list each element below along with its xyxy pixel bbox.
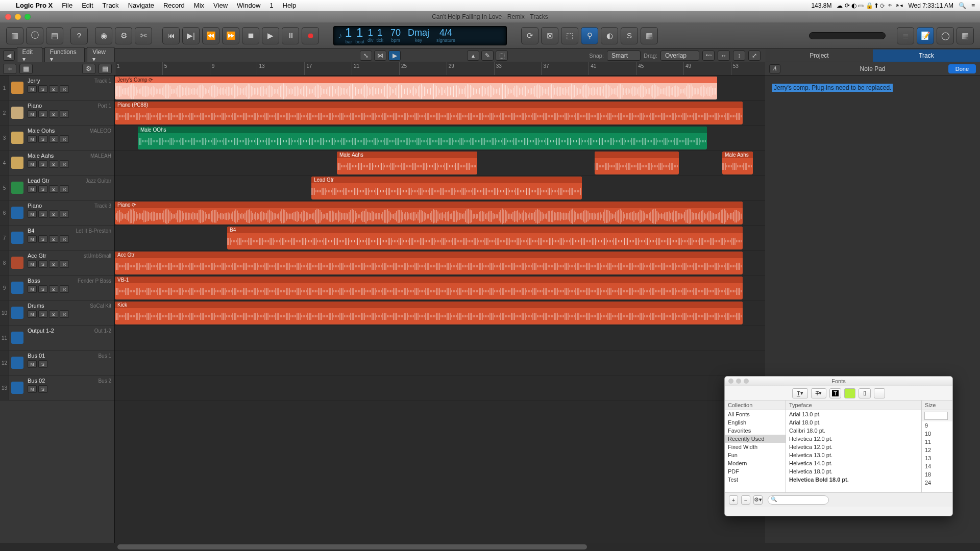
region[interactable]: Kick bbox=[115, 302, 743, 324]
menu-logic-pro-x[interactable]: Logic Pro X bbox=[11, 2, 57, 9]
menu-navigate[interactable]: Navigate bbox=[124, 2, 159, 9]
track-s-button[interactable]: S bbox=[38, 135, 47, 143]
quick-help-button[interactable]: ▤ bbox=[46, 27, 63, 44]
sync-button[interactable]: ◐ bbox=[601, 27, 618, 44]
play-button[interactable]: ▶ bbox=[262, 27, 279, 44]
fonts-window[interactable]: Fonts T ▾ T ▾ T ▯ Collection All FontsEn… bbox=[724, 376, 953, 516]
menu-mix[interactable]: Mix bbox=[189, 2, 209, 9]
collection-item[interactable]: Recently Used bbox=[725, 435, 786, 443]
track-icon[interactable] bbox=[9, 176, 26, 200]
snap-dropdown[interactable]: Smart bbox=[607, 51, 641, 61]
track-s-button[interactable]: S bbox=[38, 260, 47, 268]
track-m-button[interactable]: M bbox=[28, 260, 37, 268]
library-button[interactable]: ▥ bbox=[6, 27, 23, 44]
count-in-button[interactable]: ▦ bbox=[641, 27, 658, 44]
track-s-button[interactable]: S bbox=[38, 360, 47, 368]
horizontal-scrollbar[interactable] bbox=[0, 543, 980, 551]
track-header[interactable]: 12 Bus 01 Bus 1 MS bbox=[0, 350, 114, 375]
track-icon[interactable] bbox=[9, 300, 26, 325]
minimize-window[interactable] bbox=[15, 14, 21, 20]
zoom-fit[interactable]: ⤢ bbox=[748, 51, 761, 61]
track-header[interactable]: 10 Drums SoCal Kit MS※R bbox=[0, 300, 114, 325]
track-icon[interactable] bbox=[9, 276, 26, 300]
collection-item[interactable]: Fun bbox=[725, 451, 786, 459]
track-icon[interactable] bbox=[9, 101, 26, 125]
track-r-button[interactable]: R bbox=[60, 310, 69, 318]
track-lane[interactable]: Acc Gtr bbox=[115, 251, 765, 276]
drag-dropdown[interactable]: Overlap bbox=[660, 51, 699, 61]
track-※-button[interactable]: ※ bbox=[49, 160, 58, 168]
region[interactable]: Male Aahs bbox=[337, 152, 477, 174]
pause-button[interactable]: ⏸ bbox=[282, 27, 299, 44]
menu-1[interactable]: 1 bbox=[265, 2, 278, 9]
mixer-button[interactable]: ⚙ bbox=[115, 27, 132, 44]
track-icon[interactable] bbox=[9, 201, 26, 225]
record-button[interactable]: ⏺ bbox=[302, 27, 319, 44]
track-r-button[interactable]: R bbox=[60, 85, 69, 93]
track-r-button[interactable]: R bbox=[60, 285, 69, 293]
track-icon[interactable] bbox=[9, 375, 26, 400]
menu-record[interactable]: Record bbox=[159, 2, 189, 9]
region[interactable]: VB-1 bbox=[115, 277, 743, 299]
track-s-button[interactable]: S bbox=[38, 285, 47, 293]
track-lane[interactable]: Jerry's Comp ⟳ bbox=[115, 76, 765, 101]
collection-item[interactable]: Fixed Width bbox=[725, 443, 786, 451]
size-input[interactable] bbox=[924, 412, 948, 420]
track-※-button[interactable]: ※ bbox=[49, 210, 58, 218]
size-item[interactable]: 10 bbox=[922, 430, 952, 438]
fonts-close[interactable] bbox=[728, 379, 733, 384]
track-m-button[interactable]: M bbox=[28, 210, 37, 218]
collection-list[interactable]: All FontsEnglishFavoritesRecently UsedFi… bbox=[725, 410, 786, 492]
track-lane[interactable]: Lead Gtr bbox=[115, 176, 765, 201]
track-lane[interactable]: Male OOhs bbox=[115, 126, 765, 151]
collection-item[interactable]: PDF bbox=[725, 467, 786, 475]
loop-browser-button[interactable]: ◯ bbox=[937, 27, 954, 44]
size-item[interactable]: 9 bbox=[922, 421, 952, 430]
smart-controls-button[interactable]: ◉ bbox=[95, 27, 112, 44]
doc-color-button[interactable] bbox=[844, 388, 855, 398]
track-※-button[interactable]: ※ bbox=[49, 185, 58, 193]
tab-track[interactable]: Track bbox=[873, 49, 980, 62]
track-lane[interactable]: B4 bbox=[115, 226, 765, 251]
track-r-button[interactable]: R bbox=[60, 235, 69, 243]
marquee-tool[interactable]: ⬚ bbox=[496, 51, 508, 61]
track-header[interactable]: 5 Lead Gtr Jazz Guitar MS※R bbox=[0, 176, 114, 201]
automation-toggle[interactable]: ⤡ bbox=[360, 51, 372, 61]
add-collection-button[interactable]: + bbox=[729, 495, 738, 505]
text-color-button[interactable]: T bbox=[829, 388, 841, 398]
stop-button[interactable]: ⏹ bbox=[242, 27, 259, 44]
track-m-button[interactable]: M bbox=[28, 285, 37, 293]
more-button[interactable] bbox=[874, 388, 885, 398]
track-header[interactable]: 11 Output 1-2 Out 1-2 bbox=[0, 325, 114, 350]
region[interactable]: Piano ⟳ bbox=[115, 202, 743, 224]
track-header[interactable]: 6 Piano Track 3 MS※R bbox=[0, 201, 114, 226]
collection-item[interactable]: All Fonts bbox=[725, 410, 786, 418]
click-button[interactable]: S bbox=[621, 27, 638, 44]
size-item[interactable]: 14 bbox=[922, 462, 952, 470]
size-item[interactable]: 24 bbox=[922, 479, 952, 487]
size-item[interactable]: 18 bbox=[922, 470, 952, 479]
page-button[interactable]: ▯ bbox=[859, 388, 871, 398]
track-s-button[interactable]: S bbox=[38, 310, 47, 318]
fonts-search[interactable] bbox=[768, 495, 829, 505]
track-lane[interactable] bbox=[115, 325, 765, 350]
track-※-button[interactable]: ※ bbox=[49, 310, 58, 318]
rewind-fast-button[interactable]: ⏪ bbox=[202, 27, 219, 44]
region[interactable]: Lead Gtr bbox=[311, 177, 582, 199]
track-※-button[interactable]: ※ bbox=[49, 85, 58, 93]
editors-button[interactable]: ✄ bbox=[135, 27, 152, 44]
rewind-button[interactable]: ⏮ bbox=[162, 27, 180, 44]
track-s-button[interactable]: S bbox=[38, 235, 47, 243]
list-editors-button[interactable]: ≣ bbox=[897, 27, 914, 44]
track-lane[interactable]: Male Aahs Male Aahs bbox=[115, 151, 765, 176]
size-list[interactable]: 910111213141824 bbox=[922, 421, 952, 492]
region[interactable]: Jerry's Comp ⟳ bbox=[115, 77, 717, 99]
typeface-item[interactable]: Helvetica 18.0 pt. bbox=[786, 467, 921, 475]
pointer-tool[interactable]: ▴ bbox=[467, 51, 479, 61]
track-s-button[interactable]: S bbox=[38, 160, 47, 168]
collection-item[interactable]: English bbox=[725, 418, 786, 427]
track-header[interactable]: 1 Jerry Track 1 MS※R bbox=[0, 76, 114, 101]
notepad-button[interactable]: 📝 bbox=[917, 27, 934, 44]
track-m-button[interactable]: M bbox=[28, 135, 37, 143]
global-tracks-button[interactable]: ⚙ bbox=[82, 64, 95, 74]
